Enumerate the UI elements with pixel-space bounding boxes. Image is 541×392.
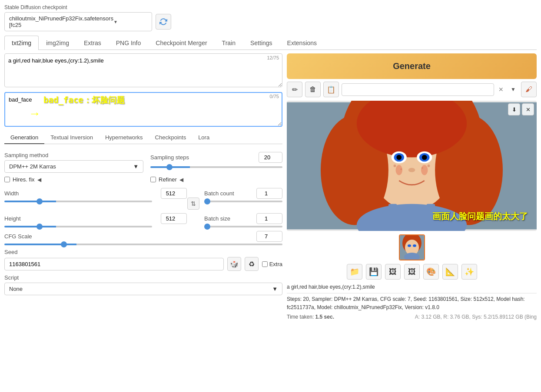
positive-prompt-input[interactable] (4, 53, 282, 87)
svg-point-11 (396, 155, 402, 160)
tab-img2img[interactable]: img2img (39, 36, 76, 50)
style-input[interactable] (342, 83, 494, 96)
refiner-expand-icon[interactable]: ◀ (179, 177, 183, 183)
bottom-toolbar: 📁 💾 🖼 🖼 🎨 📐 ✨ (287, 264, 537, 280)
batch-count-group: Batch count (200, 188, 282, 202)
script-value: None (9, 286, 23, 292)
hires-fix-label: Hires. fix (13, 176, 35, 183)
batch-count-input[interactable] (256, 188, 282, 199)
batch-size-input[interactable] (256, 213, 282, 224)
height-slider[interactable] (4, 226, 152, 227)
send-to-extras-button[interactable]: 🖼 (385, 264, 401, 280)
image-meta-display: Steps: 20, Sampler: DPM++ 2M Karras, CFG… (287, 295, 537, 312)
width-batchcount-row: Width ⇅ Batch count (4, 188, 282, 210)
hires-expand-icon[interactable]: ◀ (37, 177, 41, 183)
hires-refiner-row: Hires. fix ◀ Refiner ◀ (4, 176, 282, 183)
seed-group: Seed 🎲 ♻ Extra (4, 249, 282, 271)
thumbnail-0[interactable] (399, 234, 425, 260)
clear-prompt-button[interactable]: 🗑 (305, 82, 321, 97)
svg-point-21 (395, 165, 402, 175)
hires-fix-checkbox[interactable] (4, 177, 10, 182)
refiner-label: Refiner (159, 176, 177, 183)
extra-seed-group: Extra (262, 261, 282, 267)
tab-extras[interactable]: Extras (76, 36, 109, 50)
recycle-seed-button[interactable]: ♻ (245, 257, 259, 271)
open-folder-button[interactable]: 📁 (347, 264, 362, 280)
sampling-steps-input[interactable] (259, 152, 282, 163)
tab-png-info[interactable]: PNG Info (109, 36, 149, 50)
checkpoint-area: Stable Diffusion checkpoint chilloutmix_… (4, 4, 537, 31)
batch-size-group: Batch size (200, 213, 282, 227)
timing-display: Time taken: 1.5 sec. A: 3.12 GB, R: 3.76… (287, 313, 537, 321)
cfg-input[interactable] (256, 231, 282, 242)
seed-input[interactable] (4, 258, 224, 270)
read-prompt-button[interactable]: ✏ (287, 82, 302, 97)
sub-tab-textual-inversion[interactable]: Textual Inversion (44, 132, 99, 144)
refresh-checkpoint-button[interactable] (156, 14, 171, 30)
script-select[interactable]: None ▼ (4, 283, 282, 295)
style-select-row: ✕ ▼ (342, 83, 518, 96)
script-label: Script (4, 274, 282, 281)
height-group: Height (4, 213, 187, 227)
dice-button[interactable]: 🎲 (227, 257, 241, 271)
negative-prompt-input[interactable] (4, 92, 282, 127)
sub-tab-lora[interactable]: Lora (192, 132, 216, 144)
swap-dimensions-button[interactable]: ⇅ (187, 188, 200, 210)
paste-prompt-button[interactable]: 📋 (323, 82, 339, 97)
generate-button[interactable]: Generate (287, 53, 537, 79)
image-prompt-display: a girl,red hair,blue eyes,(cry:1.2),smil… (287, 283, 537, 291)
sub-tab-hypernetworks[interactable]: Hypernetworks (99, 132, 149, 144)
checkpoint-select[interactable]: chilloutmix_NiPrunedFp32Fix.safetensors … (4, 12, 152, 31)
batch-size-slider[interactable] (204, 226, 282, 227)
sampling-method-label: Sampling method (4, 152, 143, 158)
height-input[interactable] (161, 213, 187, 224)
checkpoint-label: Stable Diffusion checkpoint (4, 4, 537, 10)
sub-tab-checkpoints[interactable]: Checkpoints (149, 132, 193, 144)
sampling-steps-slider[interactable] (150, 166, 282, 168)
width-input[interactable] (161, 188, 187, 199)
tab-settings[interactable]: Settings (243, 36, 280, 50)
width-group: Width (4, 188, 187, 202)
svg-rect-20 (427, 204, 435, 229)
action-row: ✏ 🗑 📋 ✕ ▼ 🖌 (287, 82, 537, 97)
main-tabs: txt2img img2img Extras PNG Info Checkpoi… (4, 36, 537, 50)
sampling-method-group: Sampling method DPM++ 2M Karras ▼ (4, 152, 143, 173)
tab-checkpoint-merger[interactable]: Checkpoint Merger (148, 36, 214, 50)
tab-train[interactable]: Train (215, 36, 243, 50)
cfg-label: CFG Scale (4, 233, 39, 240)
style-clear-button[interactable]: ✕ (496, 84, 506, 95)
sampling-row: Sampling method DPM++ 2M Karras ▼ Sampli… (4, 152, 282, 173)
thumbnail-strip (287, 234, 537, 260)
tab-txt2img[interactable]: txt2img (4, 36, 39, 50)
tab-extensions[interactable]: Extensions (280, 36, 324, 50)
cfg-slider[interactable] (4, 244, 282, 245)
svg-rect-19 (388, 204, 397, 229)
sampling-method-value: DPM++ 2M Karras (9, 163, 56, 170)
svg-point-13 (408, 168, 415, 172)
send-to-img2img-button[interactable]: 🖼 (404, 264, 420, 280)
style-dropdown-button[interactable]: ▼ (508, 84, 518, 95)
time-label: Time taken: (287, 314, 314, 320)
image-info: a girl,red hair,blue eyes,(cry:1.2),smil… (287, 283, 537, 321)
extra-seed-checkbox[interactable] (262, 261, 268, 267)
refiner-group: Refiner ◀ (150, 176, 282, 183)
width-slider[interactable] (4, 201, 152, 202)
extra-seed-label: Extra (269, 261, 282, 267)
crop-button[interactable]: 📐 (442, 264, 458, 280)
save-image-button[interactable]: ⬇ (508, 103, 520, 115)
refiner-checkbox[interactable] (150, 177, 156, 182)
sub-tab-generation[interactable]: Generation (4, 132, 44, 144)
svg-point-27 (413, 244, 416, 247)
batch-count-slider[interactable] (204, 201, 282, 202)
close-image-button[interactable]: ✕ (522, 103, 534, 115)
positive-token-count: 12/75 (267, 55, 279, 60)
batch-size-label: Batch size (204, 215, 239, 222)
apply-style-button[interactable]: 🖌 (521, 82, 537, 97)
save-button[interactable]: 💾 (366, 264, 382, 280)
palette-button[interactable]: 🎨 (423, 264, 439, 280)
svg-point-14 (394, 165, 396, 167)
enhance-button[interactable]: ✨ (461, 264, 477, 280)
sampling-method-select[interactable]: DPM++ 2M Karras ▼ (4, 160, 143, 173)
negative-prompt-wrapper: 0/75 bad_face bad_face：坏脸问题 ← (4, 92, 282, 128)
checkpoint-value: chilloutmix_NiPrunedFp32Fix.safetensors … (9, 15, 113, 28)
